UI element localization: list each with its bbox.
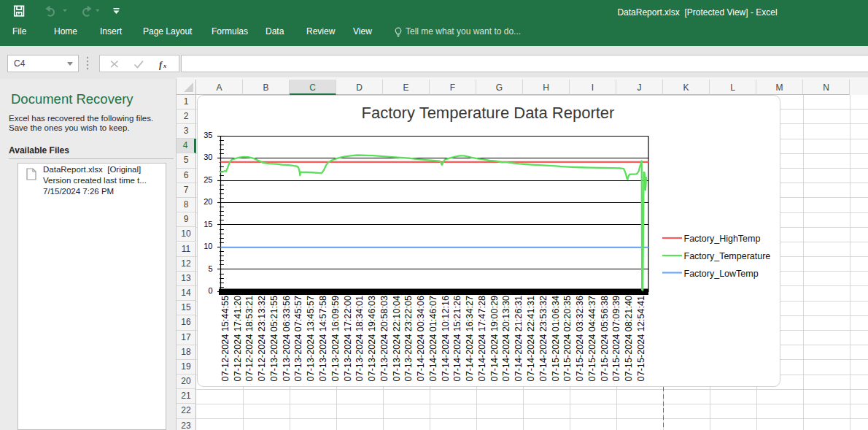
svg-text:07-12-2024 18:53:21: 07-12-2024 18:53:21 [244,296,255,381]
svg-text:07-13-2024 14:57:58: 07-13-2024 14:57:58 [318,296,328,381]
svg-text:07-15-2024 01:06:34: 07-15-2024 01:06:34 [551,296,561,381]
svg-text:07-12-2024 23:13:32: 07-12-2024 23:13:32 [257,296,267,381]
svg-text:07-12-2024 17:41:20: 07-12-2024 17:41:20 [233,296,243,381]
svg-text:07-15-2024 04:44:37: 07-15-2024 04:44:37 [587,296,597,381]
svg-text:Factory_HighTemp: Factory_HighTemp [684,234,761,244]
svg-text:07-14-2024 00:34:06: 07-14-2024 00:34:06 [416,296,426,381]
svg-text:Factory_Temperature: Factory_Temperature [684,251,771,261]
svg-text:07-13-2024 18:34:01: 07-13-2024 18:34:01 [354,296,365,381]
svg-text:07-13-2024 06:33:56: 07-13-2024 06:33:56 [282,296,292,381]
svg-text:07-14-2024 01:46:07: 07-14-2024 01:46:07 [428,296,438,381]
svg-text:10: 10 [204,242,212,250]
svg-text:07-13-2024 23:22:05: 07-13-2024 23:22:05 [403,296,414,381]
svg-text:07-13-2024 13:45:57: 07-13-2024 13:45:57 [306,296,316,381]
svg-text:07-15-2024 07:09:39: 07-15-2024 07:09:39 [611,296,621,381]
svg-text:07-12-2024 15:44:55: 07-12-2024 15:44:55 [220,296,230,381]
svg-text:15: 15 [204,219,212,228]
svg-text:07-15-2024 02:20:35: 07-15-2024 02:20:35 [562,296,573,381]
svg-text:07-13-2024 19:46:03: 07-13-2024 19:46:03 [367,296,377,381]
svg-text:25: 25 [204,174,212,183]
svg-text:07-15-2024 03:32:36: 07-15-2024 03:32:36 [575,296,585,381]
svg-text:30: 30 [204,153,212,161]
svg-text:07-14-2024 15:21:26: 07-14-2024 15:21:26 [452,296,462,381]
svg-text:07-13-2024 07:45:57: 07-13-2024 07:45:57 [293,296,303,381]
svg-text:Factory_LowTemp: Factory_LowTemp [684,269,759,279]
svg-text:07-15-2024 12:54:41: 07-15-2024 12:54:41 [636,296,646,381]
svg-text:07-14-2024 16:34:27: 07-14-2024 16:34:27 [465,296,475,381]
svg-text:07-14-2024 21:26:31: 07-14-2024 21:26:31 [514,296,524,381]
svg-text:07-13-2024 05:21:55: 07-13-2024 05:21:55 [269,296,279,381]
svg-text:07-13-2024 22:10:04: 07-13-2024 22:10:04 [392,296,402,381]
svg-text:x: x [163,62,167,69]
svg-text:5: 5 [208,264,212,272]
svg-text:35: 35 [204,130,212,139]
svg-text:07-15-2024 05:56:38: 07-15-2024 05:56:38 [600,296,610,381]
svg-text:07-14-2024 19:00:29: 07-14-2024 19:00:29 [489,295,500,380]
svg-text:07-13-2024 16:09:59: 07-13-2024 16:09:59 [330,296,341,381]
svg-text:07-14-2024 20:13:30: 07-14-2024 20:13:30 [501,296,511,381]
svg-text:07-14-2024 23:53:32: 07-14-2024 23:53:32 [538,296,549,381]
svg-text:07-15-2024 08:21:40: 07-15-2024 08:21:40 [624,296,634,381]
svg-text:Factory Temperature Data Repor: Factory Temperature Data Reporter [362,104,615,122]
svg-text:07-13-2024 20:58:03: 07-13-2024 20:58:03 [379,296,390,381]
svg-text:07-14-2024 17:47:28: 07-14-2024 17:47:28 [477,295,487,380]
svg-text:20: 20 [204,197,212,206]
svg-text:07-14-2024 10:12:16: 07-14-2024 10:12:16 [441,296,451,381]
svg-text:07-13-2024 17:22:00: 07-13-2024 17:22:00 [343,296,353,381]
svg-text:07-14-2024 22:41:31: 07-14-2024 22:41:31 [526,296,536,381]
svg-text:0: 0 [208,286,212,295]
